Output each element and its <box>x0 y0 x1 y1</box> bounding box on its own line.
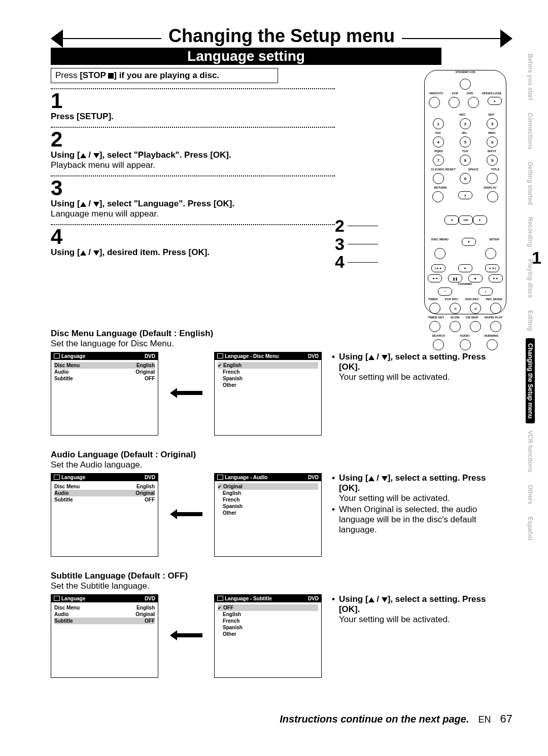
menu-box: Language - Disc MenuDVDEnglishFrenchSpan… <box>214 352 322 436</box>
menu-box: Language - SubtitleDVDOFFEnglishFrenchSp… <box>214 594 322 678</box>
step-number: 3 <box>51 177 335 199</box>
step-instruction: Using [ / ], select "Language". Press [O… <box>51 199 335 209</box>
record-icon: ⊙ <box>450 303 461 314</box>
banner-arrow-left-icon <box>51 29 63 48</box>
page-title-banner: Changing the Setup menu <box>51 25 512 47</box>
pause-icon: ❚❚ <box>448 274 462 282</box>
callout-2: 2 <box>335 217 378 235</box>
side-tab[interactable]: Playing discs <box>526 254 535 303</box>
bullet-note: When Original is selected, the audio lan… <box>332 505 507 535</box>
remote-diagram: STANDBY-ON VIDEO/TVVCRDVDOPEN/CLOSE ▲ AB… <box>424 70 506 314</box>
menu-box: LanguageDVDDisc MenuEnglishAudioOriginal… <box>51 473 158 557</box>
menu-box: LanguageDVDDisc MenuEnglishAudioOriginal… <box>51 352 158 436</box>
side-tab[interactable]: Changing the Setup menu <box>526 338 535 424</box>
left-icon: ◄ <box>444 215 459 225</box>
step-result: Playback menu will appear. <box>51 160 335 170</box>
side-tab[interactable]: Editing <box>526 305 535 336</box>
up-icon: ▲ <box>458 191 472 199</box>
stop-btn-icon: ■ <box>468 274 483 282</box>
side-tab[interactable]: VCR functions <box>526 425 535 478</box>
arrow-icon <box>168 509 204 521</box>
bullet-note: Using [ / ], select a setting. Press [OK… <box>332 473 507 503</box>
step-number: 2 <box>51 129 335 150</box>
page-footer: Instructions continue on the next page. … <box>51 712 512 726</box>
svg-marker-1 <box>170 509 202 519</box>
rew-icon: ◄◄ <box>428 274 442 282</box>
svg-marker-2 <box>170 630 202 640</box>
continue-note: Instructions continue on the next page. <box>280 713 469 725</box>
setup-button-indicator <box>485 248 496 259</box>
setting-desc: Set the Subtitle language. <box>51 581 507 591</box>
setting-heading: Audio Language (Default : Original) <box>51 450 507 460</box>
ok-button: OK <box>459 215 473 225</box>
svg-marker-0 <box>170 388 202 398</box>
section-heading: Language setting <box>51 48 441 65</box>
menu-box: LanguageDVDDisc MenuEnglishAudioOriginal… <box>51 594 158 678</box>
setting-heading: Subtitle Language (Default : OFF) <box>51 571 507 581</box>
down-icon: ▼ <box>462 238 476 246</box>
lang-code: EN <box>478 714 491 725</box>
arrow-icon <box>168 388 204 400</box>
step-instruction: Using [ / ], desired item. Press [OK]. <box>51 247 335 258</box>
arrow-icon <box>168 630 204 642</box>
right-icon: ► <box>473 215 487 225</box>
callout-3: 3 <box>335 235 378 254</box>
setting-desc: Set the Audio language. <box>51 460 507 470</box>
skip-next-icon: ►►| <box>485 264 499 272</box>
step-number: 1 <box>51 90 335 112</box>
step-result: Language menu will appear. <box>51 209 335 219</box>
stop-note: Press [STOP ] if you are playing a disc. <box>51 68 278 83</box>
bullet-note: Using [ / ], select a setting. Press [OK… <box>332 352 507 382</box>
skip-prev-icon: |◄◄ <box>431 264 446 272</box>
side-tab[interactable]: Connections <box>526 107 535 155</box>
banner-arrow-right-icon <box>500 29 512 48</box>
bullet-note: Using [ / ], select a setting. Press [OK… <box>332 594 507 625</box>
ff-icon: ►► <box>489 274 503 282</box>
stop-icon <box>108 73 114 79</box>
callout-4: 4 <box>335 253 378 271</box>
side-tab[interactable]: Before you start <box>526 49 535 105</box>
play-icon: ► <box>458 264 472 272</box>
eject-icon: ▲ <box>488 97 502 105</box>
side-tab[interactable]: Recording <box>526 212 535 252</box>
page-number: 67 <box>500 712 512 726</box>
side-tab[interactable]: Español <box>526 512 535 546</box>
menu-box: Language - AudioDVDOriginalEnglishFrench… <box>214 473 322 557</box>
side-tab[interactable]: Others <box>526 480 535 510</box>
step-number: 4 <box>51 226 335 247</box>
step-instruction: Press [SETUP]. <box>51 112 335 122</box>
page-title: Changing the Setup menu <box>161 25 402 47</box>
side-tab[interactable]: Getting started <box>526 157 535 210</box>
power-icon <box>460 79 471 90</box>
step-instruction: Using [ / ], select "Playback". Press [O… <box>51 150 335 160</box>
